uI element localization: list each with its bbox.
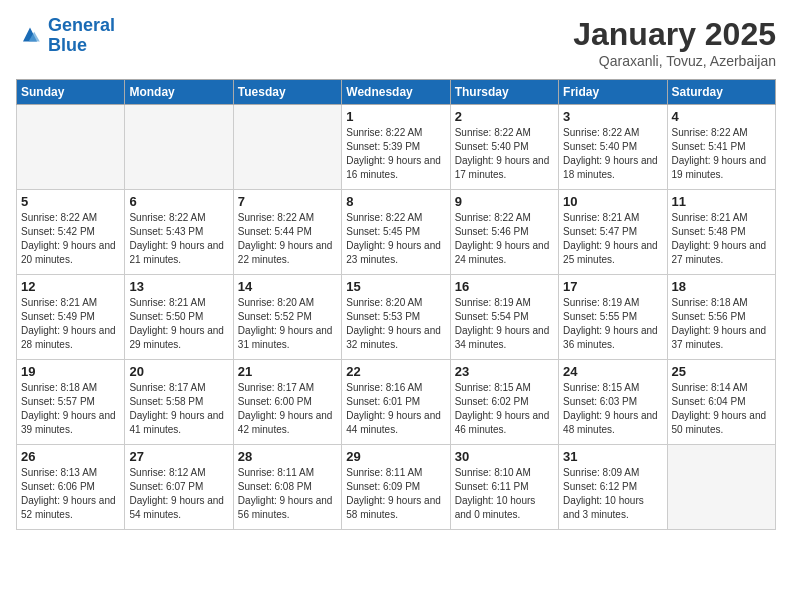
weekday-header-thursday: Thursday <box>450 80 558 105</box>
calendar-cell: 30Sunrise: 8:10 AMSunset: 6:11 PMDayligh… <box>450 445 558 530</box>
calendar-cell: 24Sunrise: 8:15 AMSunset: 6:03 PMDayligh… <box>559 360 667 445</box>
day-info: Sunrise: 8:15 AMSunset: 6:02 PMDaylight:… <box>455 381 554 437</box>
calendar-cell: 21Sunrise: 8:17 AMSunset: 6:00 PMDayligh… <box>233 360 341 445</box>
day-info: Sunrise: 8:22 AMSunset: 5:45 PMDaylight:… <box>346 211 445 267</box>
calendar-cell: 9Sunrise: 8:22 AMSunset: 5:46 PMDaylight… <box>450 190 558 275</box>
day-info: Sunrise: 8:22 AMSunset: 5:44 PMDaylight:… <box>238 211 337 267</box>
day-number: 7 <box>238 194 337 209</box>
day-info: Sunrise: 8:20 AMSunset: 5:52 PMDaylight:… <box>238 296 337 352</box>
calendar-cell: 23Sunrise: 8:15 AMSunset: 6:02 PMDayligh… <box>450 360 558 445</box>
day-number: 4 <box>672 109 771 124</box>
calendar-subtitle: Qaraxanli, Tovuz, Azerbaijan <box>573 53 776 69</box>
day-info: Sunrise: 8:19 AMSunset: 5:54 PMDaylight:… <box>455 296 554 352</box>
day-info: Sunrise: 8:22 AMSunset: 5:40 PMDaylight:… <box>563 126 662 182</box>
calendar-cell: 14Sunrise: 8:20 AMSunset: 5:52 PMDayligh… <box>233 275 341 360</box>
day-info: Sunrise: 8:09 AMSunset: 6:12 PMDaylight:… <box>563 466 662 522</box>
day-number: 17 <box>563 279 662 294</box>
calendar-cell: 3Sunrise: 8:22 AMSunset: 5:40 PMDaylight… <box>559 105 667 190</box>
day-info: Sunrise: 8:16 AMSunset: 6:01 PMDaylight:… <box>346 381 445 437</box>
calendar-title: January 2025 <box>573 16 776 53</box>
day-info: Sunrise: 8:20 AMSunset: 5:53 PMDaylight:… <box>346 296 445 352</box>
day-info: Sunrise: 8:21 AMSunset: 5:48 PMDaylight:… <box>672 211 771 267</box>
day-number: 23 <box>455 364 554 379</box>
calendar-cell: 31Sunrise: 8:09 AMSunset: 6:12 PMDayligh… <box>559 445 667 530</box>
day-number: 25 <box>672 364 771 379</box>
calendar-cell: 2Sunrise: 8:22 AMSunset: 5:40 PMDaylight… <box>450 105 558 190</box>
logo-icon <box>16 22 44 50</box>
day-number: 27 <box>129 449 228 464</box>
day-number: 22 <box>346 364 445 379</box>
calendar-cell: 28Sunrise: 8:11 AMSunset: 6:08 PMDayligh… <box>233 445 341 530</box>
day-number: 16 <box>455 279 554 294</box>
day-info: Sunrise: 8:22 AMSunset: 5:42 PMDaylight:… <box>21 211 120 267</box>
calendar-cell: 4Sunrise: 8:22 AMSunset: 5:41 PMDaylight… <box>667 105 775 190</box>
calendar-cell: 15Sunrise: 8:20 AMSunset: 5:53 PMDayligh… <box>342 275 450 360</box>
day-info: Sunrise: 8:11 AMSunset: 6:08 PMDaylight:… <box>238 466 337 522</box>
day-number: 26 <box>21 449 120 464</box>
calendar-cell: 11Sunrise: 8:21 AMSunset: 5:48 PMDayligh… <box>667 190 775 275</box>
calendar-cell: 1Sunrise: 8:22 AMSunset: 5:39 PMDaylight… <box>342 105 450 190</box>
weekday-header-monday: Monday <box>125 80 233 105</box>
day-number: 12 <box>21 279 120 294</box>
day-number: 1 <box>346 109 445 124</box>
day-number: 14 <box>238 279 337 294</box>
day-info: Sunrise: 8:17 AMSunset: 5:58 PMDaylight:… <box>129 381 228 437</box>
day-info: Sunrise: 8:14 AMSunset: 6:04 PMDaylight:… <box>672 381 771 437</box>
calendar-cell: 6Sunrise: 8:22 AMSunset: 5:43 PMDaylight… <box>125 190 233 275</box>
calendar-cell: 10Sunrise: 8:21 AMSunset: 5:47 PMDayligh… <box>559 190 667 275</box>
calendar-cell: 13Sunrise: 8:21 AMSunset: 5:50 PMDayligh… <box>125 275 233 360</box>
logo: General Blue <box>16 16 115 56</box>
calendar-cell <box>667 445 775 530</box>
day-info: Sunrise: 8:18 AMSunset: 5:56 PMDaylight:… <box>672 296 771 352</box>
day-info: Sunrise: 8:21 AMSunset: 5:50 PMDaylight:… <box>129 296 228 352</box>
day-number: 18 <box>672 279 771 294</box>
calendar-table: SundayMondayTuesdayWednesdayThursdayFrid… <box>16 79 776 530</box>
calendar-cell: 18Sunrise: 8:18 AMSunset: 5:56 PMDayligh… <box>667 275 775 360</box>
calendar-cell: 7Sunrise: 8:22 AMSunset: 5:44 PMDaylight… <box>233 190 341 275</box>
day-info: Sunrise: 8:17 AMSunset: 6:00 PMDaylight:… <box>238 381 337 437</box>
calendar-cell: 5Sunrise: 8:22 AMSunset: 5:42 PMDaylight… <box>17 190 125 275</box>
title-block: January 2025 Qaraxanli, Tovuz, Azerbaija… <box>573 16 776 69</box>
day-number: 3 <box>563 109 662 124</box>
day-number: 21 <box>238 364 337 379</box>
day-number: 24 <box>563 364 662 379</box>
day-number: 28 <box>238 449 337 464</box>
day-number: 2 <box>455 109 554 124</box>
calendar-cell: 29Sunrise: 8:11 AMSunset: 6:09 PMDayligh… <box>342 445 450 530</box>
day-info: Sunrise: 8:13 AMSunset: 6:06 PMDaylight:… <box>21 466 120 522</box>
day-info: Sunrise: 8:21 AMSunset: 5:47 PMDaylight:… <box>563 211 662 267</box>
calendar-cell: 8Sunrise: 8:22 AMSunset: 5:45 PMDaylight… <box>342 190 450 275</box>
day-number: 8 <box>346 194 445 209</box>
calendar-cell: 16Sunrise: 8:19 AMSunset: 5:54 PMDayligh… <box>450 275 558 360</box>
day-number: 20 <box>129 364 228 379</box>
calendar-cell <box>125 105 233 190</box>
day-info: Sunrise: 8:22 AMSunset: 5:40 PMDaylight:… <box>455 126 554 182</box>
logo-line1: General <box>48 15 115 35</box>
calendar-cell: 26Sunrise: 8:13 AMSunset: 6:06 PMDayligh… <box>17 445 125 530</box>
weekday-header-tuesday: Tuesday <box>233 80 341 105</box>
weekday-header-sunday: Sunday <box>17 80 125 105</box>
day-number: 5 <box>21 194 120 209</box>
day-info: Sunrise: 8:15 AMSunset: 6:03 PMDaylight:… <box>563 381 662 437</box>
day-info: Sunrise: 8:22 AMSunset: 5:46 PMDaylight:… <box>455 211 554 267</box>
day-number: 13 <box>129 279 228 294</box>
day-number: 29 <box>346 449 445 464</box>
day-number: 19 <box>21 364 120 379</box>
day-info: Sunrise: 8:21 AMSunset: 5:49 PMDaylight:… <box>21 296 120 352</box>
calendar-cell: 22Sunrise: 8:16 AMSunset: 6:01 PMDayligh… <box>342 360 450 445</box>
day-number: 11 <box>672 194 771 209</box>
day-info: Sunrise: 8:11 AMSunset: 6:09 PMDaylight:… <box>346 466 445 522</box>
calendar-cell <box>233 105 341 190</box>
weekday-header-wednesday: Wednesday <box>342 80 450 105</box>
day-info: Sunrise: 8:19 AMSunset: 5:55 PMDaylight:… <box>563 296 662 352</box>
day-number: 30 <box>455 449 554 464</box>
logo-line2: Blue <box>48 35 87 55</box>
calendar-cell: 19Sunrise: 8:18 AMSunset: 5:57 PMDayligh… <box>17 360 125 445</box>
day-info: Sunrise: 8:22 AMSunset: 5:41 PMDaylight:… <box>672 126 771 182</box>
calendar-cell: 17Sunrise: 8:19 AMSunset: 5:55 PMDayligh… <box>559 275 667 360</box>
day-number: 10 <box>563 194 662 209</box>
calendar-cell: 12Sunrise: 8:21 AMSunset: 5:49 PMDayligh… <box>17 275 125 360</box>
day-info: Sunrise: 8:22 AMSunset: 5:39 PMDaylight:… <box>346 126 445 182</box>
calendar-cell: 20Sunrise: 8:17 AMSunset: 5:58 PMDayligh… <box>125 360 233 445</box>
day-info: Sunrise: 8:10 AMSunset: 6:11 PMDaylight:… <box>455 466 554 522</box>
